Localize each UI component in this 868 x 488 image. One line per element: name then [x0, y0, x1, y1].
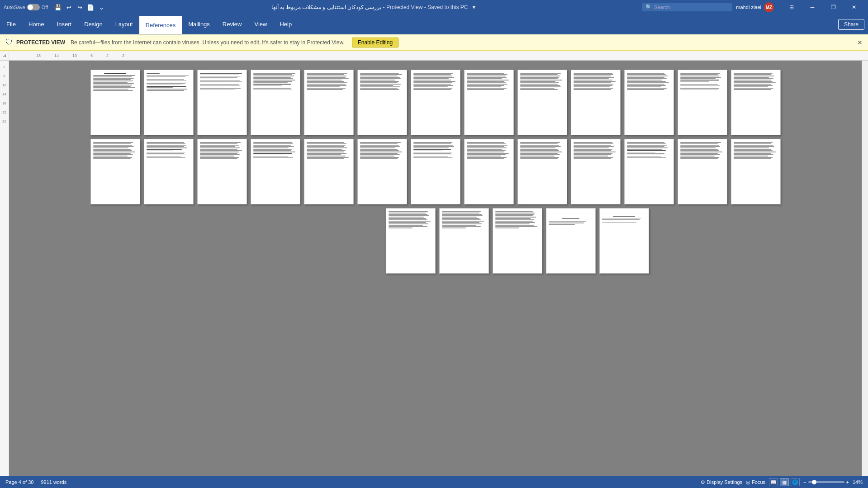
tab-layout[interactable]: Layout [109, 14, 139, 34]
page-thumb-13[interactable] [731, 70, 781, 135]
autosave-toggle[interactable] [27, 4, 40, 10]
undo-icon[interactable]: ↩ [64, 3, 73, 12]
page-thumb-25a[interactable] [678, 139, 727, 204]
enable-editing-button[interactable]: Enable Editing [352, 38, 398, 47]
page-thumb-1[interactable] [90, 70, 140, 135]
page-thumb-15[interactable] [144, 139, 194, 204]
ruler-num-14: 14 [54, 53, 59, 58]
display-settings-label[interactable]: ⚙ Display Settings [701, 479, 742, 485]
zoom-level: 14% [853, 479, 863, 485]
main-content: 2 6 10 14 18 22 26 [0, 61, 868, 476]
vertical-scrollbar[interactable] [862, 61, 868, 476]
page-thumb-21[interactable] [464, 139, 514, 204]
new-doc-icon[interactable]: 📄 [86, 3, 95, 12]
page-thumb-3[interactable] [197, 70, 247, 135]
title-bar-right: 🔍 mahdi ziaei MZ ⊟ ─ ❐ ✕ [642, 0, 864, 14]
title-bar-left: AutoSave Off 💾 ↩ ↪ 📄 ⌄ [4, 3, 106, 12]
share-button-area[interactable]: Share [838, 14, 864, 34]
document-name: بررسی کودکان استثنایی و مشکلات مربوط به … [271, 4, 381, 10]
page-thumb-8[interactable] [464, 70, 514, 135]
ribbon: File Home Insert Design Layout Reference… [0, 14, 868, 34]
tab-view[interactable]: View [248, 14, 273, 34]
close-button[interactable]: ✕ [844, 0, 864, 14]
page-thumb-mostly-empty-2[interactable] [599, 208, 649, 274]
tab-references[interactable]: References [139, 14, 182, 34]
display-settings-icon: ⚙ [701, 479, 705, 485]
user-area: mahdi ziaei MZ [736, 2, 774, 12]
ruler-num-6: 6 [90, 53, 93, 58]
title-dropdown[interactable]: ▼ [471, 4, 477, 10]
view-mode: Protected View [386, 4, 423, 10]
tab-help[interactable]: Help [273, 14, 298, 34]
page-thumb-2[interactable] [144, 70, 194, 135]
close-protected-bar-button[interactable]: ✕ [857, 39, 863, 46]
left-mark-26: 26 [2, 117, 6, 126]
page-thumb-mostly-empty-1[interactable] [546, 208, 596, 274]
focus-label[interactable]: ◎ Focus [746, 479, 765, 485]
page-thumb-9[interactable] [517, 70, 567, 135]
ruler-icon[interactable]: ⊿ [3, 53, 6, 58]
page-thumb-17[interactable] [251, 139, 300, 204]
web-layout-button[interactable]: 🌐 [791, 478, 800, 486]
page-thumb-6[interactable] [357, 70, 407, 135]
page-thumb-4[interactable] [251, 70, 300, 135]
page-thumb-18[interactable] [304, 139, 354, 204]
page-thumb-22[interactable] [517, 139, 567, 204]
document-area[interactable] [9, 61, 862, 476]
protected-label: PROTECTED VIEW [16, 39, 65, 46]
page-thumb-24[interactable] [624, 139, 674, 204]
print-layout-button[interactable]: ▦ [780, 478, 789, 486]
ribbon-display-icon[interactable]: ⊟ [781, 0, 802, 14]
ruler-num-2: 2 [106, 53, 109, 58]
ruler-num-10: 10 [72, 53, 77, 58]
customize-icon[interactable]: ⌄ [97, 3, 106, 12]
zoom-minus-button[interactable]: − [803, 479, 806, 485]
redo-icon[interactable]: ↪ [75, 3, 84, 12]
search-input[interactable] [654, 5, 726, 10]
tab-design[interactable]: Design [78, 14, 109, 34]
ruler-num-18: 18 [36, 53, 41, 58]
page-thumb-19[interactable] [357, 139, 407, 204]
zoom-slider[interactable] [808, 481, 844, 483]
zoom-thumb[interactable] [812, 480, 816, 484]
protected-message: Be careful—files from the Internet can c… [71, 39, 345, 46]
status-right: ⚙ Display Settings ◎ Focus 📖 ▦ 🌐 − + 14% [701, 478, 863, 486]
page-thumb-7[interactable] [411, 70, 460, 135]
tab-home[interactable]: Home [22, 14, 51, 34]
title-bar: AutoSave Off 💾 ↩ ↪ 📄 ⌄ بررسی کودکان استث… [0, 0, 868, 14]
tab-file[interactable]: File [0, 14, 22, 34]
ruler-num-2b: 2 [122, 53, 124, 58]
tab-insert[interactable]: Insert [51, 14, 78, 34]
save-icon[interactable]: 💾 [53, 3, 62, 12]
page-thumb-14[interactable] [90, 139, 140, 204]
page-thumb-23[interactable] [571, 139, 621, 204]
top-ruler: 18 14 10 6 2 2 [9, 51, 868, 60]
zoom-plus-button[interactable]: + [846, 479, 849, 485]
page-thumb-10[interactable] [571, 70, 621, 135]
left-mark-18: 18 [2, 99, 6, 108]
page-thumb-20[interactable] [411, 139, 460, 204]
page-thumb-28[interactable] [439, 208, 489, 274]
page-thumb-5[interactable] [304, 70, 354, 135]
search-box[interactable]: 🔍 [642, 3, 732, 11]
avatar[interactable]: MZ [764, 2, 774, 12]
page-thumb-29[interactable] [493, 208, 542, 274]
restore-button[interactable]: ❐ [823, 0, 844, 14]
minimize-button[interactable]: ─ [802, 0, 823, 14]
view-mode-label: - [383, 4, 386, 10]
left-ruler: 2 6 10 14 18 22 26 [0, 61, 9, 476]
tab-mailings[interactable]: Mailings [182, 14, 216, 34]
share-button[interactable]: Share [838, 19, 864, 30]
user-name: mahdi ziaei [736, 5, 761, 10]
autosave-area: AutoSave Off [4, 4, 48, 10]
tab-review[interactable]: Review [216, 14, 248, 34]
page-thumb-27[interactable] [386, 208, 436, 274]
page-thumb-16[interactable] [197, 139, 247, 204]
quick-access-toolbar: 💾 ↩ ↪ 📄 ⌄ [53, 3, 106, 12]
page-thumb-26a[interactable] [731, 139, 781, 204]
page-thumb-11[interactable] [624, 70, 674, 135]
ruler-corner: ⊿ [0, 51, 9, 60]
status-bar: Page 4 of 30 9911 words ⚙ Display Settin… [0, 476, 868, 488]
page-thumb-12[interactable] [678, 70, 727, 135]
read-mode-button[interactable]: 📖 [769, 478, 778, 486]
